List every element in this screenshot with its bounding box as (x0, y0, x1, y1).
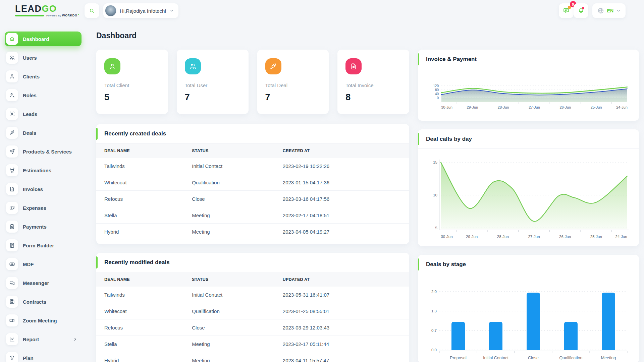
card-accent-bar (418, 258, 419, 270)
stat-value: 5 (104, 92, 160, 103)
content-grid: Total Client5Total User7Total Deal7Total… (96, 50, 639, 362)
svg-text:Qualification: Qualification (559, 356, 583, 360)
user-avatar (105, 5, 116, 16)
table-cell: Stella (96, 336, 184, 352)
column-header: CREATED AT (275, 143, 409, 158)
notifications-button[interactable] (574, 3, 588, 18)
table-cell: Qualification (184, 174, 275, 191)
stat-card-total-user: Total User7 (177, 50, 249, 114)
sidebar-item-label: Estimations (23, 168, 51, 173)
search-icon (89, 7, 95, 14)
svg-text:29-Jun: 29-Jun (467, 105, 478, 109)
stat-card-total-deal: Total Deal7 (257, 50, 329, 114)
svg-text:25-Jun: 25-Jun (590, 235, 602, 239)
sidebar-item-mdf[interactable]: MDF (5, 257, 82, 272)
powered-by-text: Powered By (46, 14, 61, 17)
messages-button[interactable]: 0 (559, 3, 574, 18)
sidebar-item-label: Products & Services (23, 149, 72, 155)
sidebar-item-clients[interactable]: Clients (5, 69, 82, 84)
sidebar-item-expenses[interactable]: Expenses (5, 200, 82, 215)
user-menu[interactable]: Hi,Rajodiya Infotech! (103, 3, 178, 18)
stat-label: Total User (185, 82, 240, 88)
sidebar-item-users[interactable]: Users (5, 50, 82, 65)
recently-modified-deals-card: Recently modified dealsDEAL NAMESTATUSUP… (96, 253, 409, 362)
search-button[interactable] (85, 3, 99, 18)
sidebar-item-messenger[interactable]: Messenger (5, 276, 82, 290)
video-icon (9, 317, 15, 323)
contract-icon (9, 299, 15, 305)
sidebar-item-label: Zoom Meeting (23, 318, 57, 323)
table-header-row: DEAL NAMESTATUSCREATED AT (96, 143, 409, 158)
svg-text:27-Jun: 27-Jun (528, 235, 540, 239)
deals-by-stage-card: Deals by stage2.01.30.70.0ProposalInitia… (418, 255, 639, 362)
table-row: TailwindsInitial Contact2023-05-31 16:41… (96, 287, 409, 303)
sidebar-item-leads[interactable]: Leads (5, 107, 82, 121)
chevron-right-icon (73, 337, 77, 342)
stat-label: Total Client (104, 82, 160, 88)
sidebar-item-label: Messenger (23, 280, 49, 286)
svg-text:24-Jun: 24-Jun (615, 235, 627, 239)
table-cell: Initial Contact (184, 158, 275, 174)
logo-text-secondary: GO (42, 4, 57, 14)
card-accent-bar (96, 256, 98, 268)
table-cell: Stella (96, 207, 184, 224)
svg-text:0.0: 0.0 (431, 348, 437, 352)
sidebar-item-estimations[interactable]: Estimations (5, 163, 82, 178)
sidebar-item-zoom-meeting[interactable]: Zoom Meeting (5, 313, 82, 328)
sidebar-item-deals[interactable]: Deals (5, 125, 82, 140)
svg-text:25-Jun: 25-Jun (591, 105, 602, 109)
sidebar-item-dashboard[interactable]: Dashboard (5, 32, 82, 46)
recently-created-deals-card: Recently created dealsDEAL NAMESTATUSCRE… (96, 124, 409, 244)
card-header: Recently created deals (96, 124, 409, 143)
language-selector[interactable]: EN (592, 3, 626, 18)
sidebar-item-report[interactable]: Report (5, 332, 82, 347)
deals-table: DEAL NAMESTATUSCREATED ATTailwindsInitia… (96, 143, 409, 240)
table-cell: 2023-05-31 16:41:07 (275, 287, 409, 303)
brand-logo[interactable]: LEADGO Powered By WORKDO (15, 4, 85, 17)
column-header: DEAL NAME (96, 272, 184, 287)
svg-text:10: 10 (433, 193, 437, 197)
svg-text:80: 80 (435, 88, 439, 92)
card-title: Recently created deals (104, 130, 166, 137)
sidebar-item-products-services[interactable]: Products & Services (5, 144, 82, 159)
svg-text:Close: Close (528, 356, 539, 360)
table-cell: 2023-04-11 15:57:47 (275, 352, 409, 362)
svg-text:26-Jun: 26-Jun (559, 235, 571, 239)
column-header: DEAL NAME (96, 143, 184, 158)
svg-text:26-Jun: 26-Jun (560, 105, 571, 109)
sidebar-item-contracts[interactable]: Contracts (5, 294, 82, 309)
card-header: Recently modified deals (96, 253, 409, 272)
table-cell: Hybrid (96, 352, 184, 362)
sidebar-item-label: Leads (23, 111, 37, 117)
deals-by-stage-chart: 2.01.30.70.0ProposalInitial ContactClose… (418, 274, 639, 362)
sidebar-item-plan[interactable]: Plan (5, 351, 82, 362)
deals-table: DEAL NAMESTATUSUPDATED ATTailwindsInitia… (96, 272, 409, 362)
sidebar-item-invoices[interactable]: Invoices (5, 182, 82, 196)
svg-text:Initial Contact: Initial Contact (483, 356, 508, 360)
svg-text:Meeting: Meeting (601, 356, 616, 360)
bar-initial-contact (489, 322, 502, 350)
chevron-down-icon (616, 8, 621, 13)
powered-by-brand: WORKDO (62, 14, 77, 17)
sidebar-item-label: Roles (23, 93, 37, 98)
invoice-payment-card: Invoice & Payment1208040030-Jun29-Jun28-… (418, 50, 639, 121)
sidebar-item-label: MDF (23, 261, 34, 267)
sidebar-item-label: Form Builder (23, 243, 54, 248)
table-cell: Meeting (184, 224, 275, 240)
table-cell: 2023-03-29 12:03:43 (275, 319, 409, 336)
sidebar-item-form-builder[interactable]: Form Builder (5, 238, 82, 253)
table-row: TailwindsInitial Contact2023-02-19 10:22… (96, 158, 409, 174)
table-row: WhitecoatQualification2023-01-25 08:55:0… (96, 303, 409, 319)
table-header-row: DEAL NAMESTATUSUPDATED AT (96, 272, 409, 287)
bar-meeting (602, 293, 615, 350)
card-accent-bar (418, 53, 419, 65)
table-cell: Hybrid (96, 224, 184, 240)
table-cell: 2023-03-16 04:17:56 (275, 191, 409, 207)
table-row: RefocusClose2023-03-29 12:03:43 (96, 319, 409, 336)
column-header: STATUS (184, 143, 275, 158)
sidebar-item-roles[interactable]: Roles (5, 88, 82, 103)
chevron-down-icon (169, 8, 174, 13)
svg-text:29-Jun: 29-Jun (466, 235, 478, 239)
sidebar-item-payments[interactable]: Payments (5, 219, 82, 234)
table-cell: 2023-01-15 04:17:36 (275, 174, 409, 191)
